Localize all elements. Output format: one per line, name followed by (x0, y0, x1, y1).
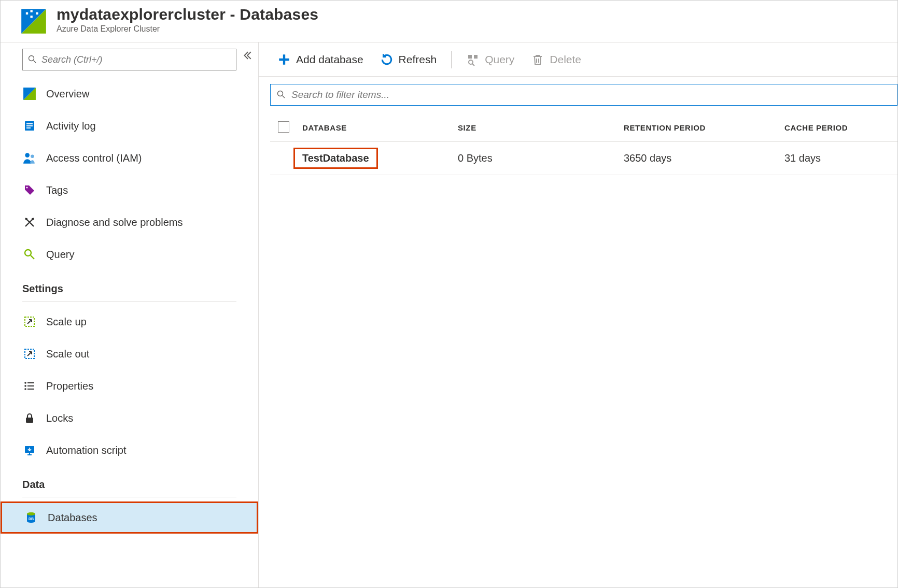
query-button: Query (459, 49, 522, 70)
main-content: Add database Refresh Query (259, 42, 897, 587)
refresh-button[interactable]: Refresh (373, 49, 444, 70)
query-icon (22, 247, 37, 262)
database-icon: DB (24, 510, 38, 525)
svg-rect-12 (26, 125, 33, 126)
svg-rect-2 (26, 12, 28, 15)
delete-button: Delete (524, 49, 588, 70)
sidebar-item-scale-up[interactable]: Scale up (1, 306, 258, 338)
sidebar-item-label: Scale up (46, 316, 87, 328)
svg-point-16 (26, 187, 27, 188)
svg-rect-5 (36, 12, 38, 15)
button-label: Refresh (399, 53, 437, 66)
svg-point-19 (25, 250, 31, 256)
sidebar-nav[interactable]: Overview Activity log Access control (IA… (1, 78, 258, 587)
collapse-sidebar-button[interactable] (242, 50, 253, 61)
svg-rect-3 (31, 10, 33, 12)
sidebar: Overview Activity log Access control (IA… (1, 42, 259, 587)
filter-input[interactable] (291, 89, 891, 101)
add-database-button[interactable]: Add database (270, 49, 371, 70)
database-name[interactable]: TestDatabase (293, 148, 378, 169)
database-cache: 31 days (784, 142, 897, 175)
sidebar-item-label: Automation script (46, 444, 127, 456)
button-label: Query (485, 53, 514, 66)
database-size: 0 Bytes (458, 142, 624, 175)
sidebar-item-activity-log[interactable]: Activity log (1, 110, 258, 142)
svg-point-23 (24, 382, 26, 384)
sidebar-item-tags[interactable]: Tags (1, 174, 258, 206)
col-cache[interactable]: CACHE PERIOD (784, 114, 897, 142)
page-header: mydataexplorercluster - Databases Azure … (1, 1, 897, 42)
sidebar-item-label: Query (46, 249, 74, 261)
sidebar-item-label: Tags (46, 184, 68, 196)
col-retention[interactable]: RETENTION PERIOD (624, 114, 784, 142)
svg-line-7 (34, 61, 36, 63)
svg-rect-26 (27, 385, 34, 386)
log-icon (22, 119, 37, 133)
tools-icon (22, 215, 37, 230)
svg-point-17 (25, 218, 27, 220)
svg-line-39 (283, 96, 285, 98)
svg-rect-28 (27, 389, 34, 390)
query-icon (466, 53, 480, 66)
sidebar-item-label: Access control (IAM) (46, 152, 142, 164)
button-label: Delete (550, 53, 581, 66)
divider (22, 497, 236, 497)
search-icon (28, 55, 37, 64)
database-retention: 3650 days (624, 142, 784, 175)
scale-out-icon (22, 347, 37, 361)
sidebar-item-overview[interactable]: Overview (1, 78, 258, 110)
overview-icon (22, 87, 37, 101)
plus-icon (277, 53, 291, 66)
trash-icon (531, 53, 544, 66)
svg-point-18 (32, 218, 34, 220)
filter-search[interactable] (270, 84, 897, 106)
tag-icon (22, 183, 37, 197)
svg-line-37 (472, 64, 474, 66)
refresh-icon (380, 53, 394, 66)
sidebar-item-query[interactable]: Query (1, 238, 258, 270)
script-icon (22, 443, 37, 457)
svg-rect-4 (31, 16, 33, 18)
button-label: Add database (296, 53, 363, 66)
sidebar-item-databases[interactable]: DB Databases (1, 501, 258, 534)
svg-point-38 (278, 91, 283, 96)
sidebar-item-locks[interactable]: Locks (1, 402, 258, 434)
svg-rect-29 (26, 418, 33, 423)
sidebar-item-label: Databases (48, 512, 97, 524)
databases-table: DATABASE SIZE RETENTION PERIOD CACHE PER… (270, 114, 897, 175)
sidebar-item-label: Diagnose and solve problems (46, 217, 183, 228)
col-size[interactable]: SIZE (458, 114, 624, 142)
properties-icon (22, 379, 37, 393)
lock-icon (22, 411, 37, 425)
col-database[interactable]: DATABASE (302, 114, 458, 142)
svg-rect-11 (26, 123, 33, 124)
resource-icon (20, 8, 47, 35)
sidebar-item-access-control[interactable]: Access control (IAM) (1, 142, 258, 174)
svg-line-20 (31, 255, 34, 259)
svg-rect-24 (27, 382, 34, 383)
sidebar-item-diagnose[interactable]: Diagnose and solve problems (1, 206, 258, 238)
sidebar-item-label: Scale out (46, 348, 89, 360)
page-subtitle: Azure Data Explorer Cluster (57, 24, 318, 34)
sidebar-item-properties[interactable]: Properties (1, 370, 258, 402)
divider (22, 301, 236, 302)
table-row[interactable]: TestDatabase 0 Bytes 3650 days 31 days (270, 142, 897, 175)
sidebar-search[interactable] (22, 49, 236, 70)
select-all-checkbox[interactable] (278, 121, 289, 133)
sidebar-item-scale-out[interactable]: Scale out (1, 338, 258, 370)
sidebar-item-label: Activity log (46, 120, 96, 132)
svg-point-25 (24, 385, 26, 387)
toolbar-separator (451, 51, 452, 68)
sidebar-item-label: Overview (46, 88, 89, 100)
svg-text:DB: DB (29, 517, 34, 521)
search-icon (277, 90, 286, 99)
svg-rect-13 (26, 127, 31, 128)
svg-point-6 (29, 56, 34, 61)
svg-point-15 (31, 155, 34, 159)
svg-point-14 (25, 153, 30, 157)
sidebar-item-automation-script[interactable]: Automation script (1, 434, 258, 466)
people-icon (22, 151, 37, 165)
sidebar-item-label: Locks (46, 412, 73, 424)
sidebar-section-settings: Settings (1, 270, 258, 298)
sidebar-search-input[interactable] (41, 54, 231, 65)
